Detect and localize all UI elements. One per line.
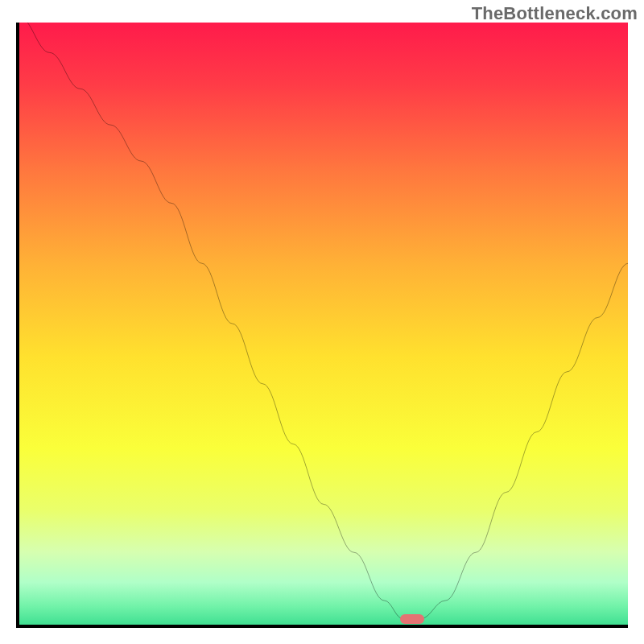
bottleneck-curve: [19, 23, 628, 619]
chart-container: TheBottleneck.com: [0, 0, 644, 644]
curve-overlay: [19, 23, 628, 625]
plot-area: [16, 23, 628, 628]
optimum-marker: [400, 614, 424, 624]
watermark-label: TheBottleneck.com: [472, 3, 638, 24]
